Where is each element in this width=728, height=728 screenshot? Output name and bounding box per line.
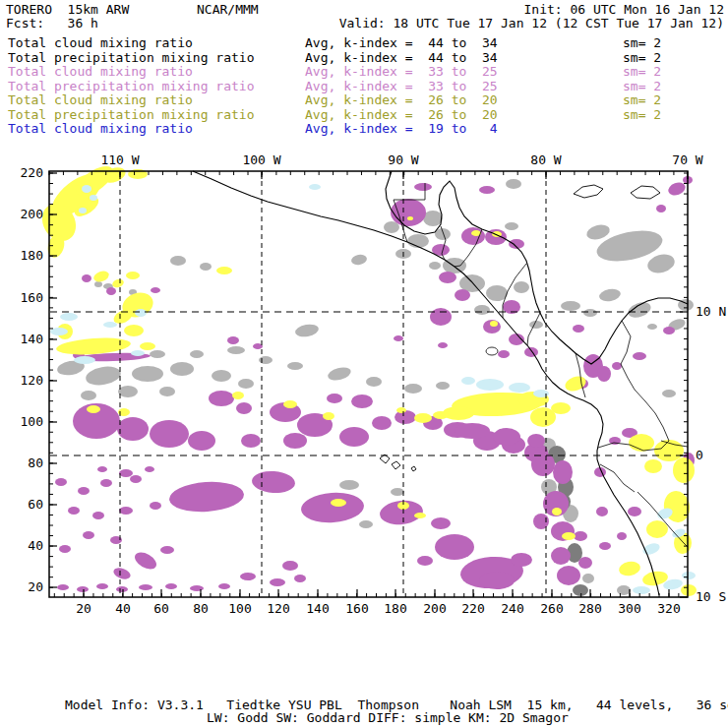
cloud-blob-G	[359, 520, 373, 528]
cloud-blob-G	[617, 585, 631, 595]
cloud-blob-G	[423, 211, 443, 226]
cloud-blob-C	[533, 390, 549, 397]
cloud-blob-Y	[681, 584, 697, 596]
grid-x-label: 60	[153, 601, 169, 616]
cloud-blob-P	[188, 431, 215, 451]
cloud-blob-G	[505, 222, 518, 230]
grid-x-label: 320	[657, 601, 680, 616]
cloud-blob-G	[366, 377, 382, 387]
cloud-blob-C	[79, 208, 87, 213]
latitude-label: 10 N	[696, 304, 726, 319]
cloud-blob-C	[82, 185, 91, 193]
cloud-blob-C	[103, 322, 117, 328]
cloud-blob-P	[112, 566, 132, 581]
cloud-blob-DG	[573, 584, 588, 596]
cloud-blob-P	[533, 514, 549, 529]
cloud-blob-Y	[618, 560, 641, 577]
cloud-blob-C	[74, 356, 95, 364]
cloud-blob-P	[417, 556, 433, 566]
cloud-blob-Y	[126, 272, 140, 279]
cloud-blob-P	[160, 546, 174, 554]
longitude-label: 80 W	[530, 152, 561, 167]
cloud-blob-P	[77, 586, 89, 592]
cloud-blob-C	[135, 309, 147, 317]
cloud-blob-G	[435, 228, 451, 240]
longitude-label: 100 W	[242, 152, 280, 167]
cloud-blob-Y	[629, 434, 654, 452]
cloud-blob-P	[82, 274, 91, 282]
cloud-blob-G	[81, 391, 96, 400]
cloud-blob-P	[55, 478, 67, 486]
cloud-blob-P	[599, 542, 611, 550]
grid-x-label: 40	[115, 601, 131, 616]
cloud-blob-Y	[396, 407, 406, 413]
cloud-blob-P	[414, 183, 432, 191]
cloud-blob-Y	[551, 402, 571, 414]
cloud-blob-Y	[331, 499, 346, 507]
cloud-blob-P	[116, 586, 128, 592]
cloud-blob-P	[612, 362, 622, 370]
cloud-blob-Y	[323, 412, 334, 420]
cloud-blob-G	[159, 387, 175, 396]
cloud-blob-P	[270, 578, 285, 586]
cloud-blob-P	[527, 434, 545, 448]
cloud-blob-G	[287, 362, 303, 370]
cloud-blob-G	[350, 254, 367, 267]
grid-x-label: 220	[461, 601, 484, 616]
cloud-blob-P	[339, 427, 369, 447]
cloud-blob-P	[92, 512, 104, 519]
cloud-blob-G	[529, 321, 543, 329]
cloud-blob-P	[190, 585, 204, 591]
cloud-blob-G	[407, 234, 429, 248]
cloud-blob-P	[168, 479, 245, 514]
cloud-blob-P	[633, 352, 646, 360]
cloud-blob-P	[100, 479, 112, 487]
grid-y-label: 40	[28, 538, 43, 553]
cloud-blob-P	[553, 460, 573, 484]
grid-x-label: 100	[228, 601, 251, 616]
cloud-blob-C	[633, 586, 650, 594]
island-outline	[392, 461, 400, 469]
cloud-blob-G	[94, 281, 102, 287]
cloud-blob-P	[479, 572, 515, 589]
grid-x-label: 20	[76, 601, 91, 616]
cloud-blob-P	[106, 287, 116, 295]
cloud-blob-Y	[111, 277, 125, 289]
grid-x-label: 140	[306, 601, 329, 616]
cloud-blob-P	[251, 469, 295, 494]
cloud-blob-G	[294, 323, 320, 338]
cloud-blob-P	[130, 475, 142, 483]
map-svg: 110 W100 W90 W80 W70 W204060801001201401…	[0, 0, 728, 728]
cloud-blob-G	[647, 324, 657, 330]
cloud-blob-Y	[646, 520, 668, 538]
grid-y-label: 120	[21, 373, 43, 388]
grid-x-label: 260	[540, 601, 563, 616]
cloud-blob-G	[327, 365, 352, 383]
island-outline	[574, 185, 603, 198]
cloud-blob-P	[438, 342, 448, 348]
grid-y-label: 180	[21, 248, 43, 263]
cloud-blob-P	[596, 507, 608, 516]
cloud-blob-Y	[490, 321, 498, 327]
cloud-blob-Y	[87, 405, 100, 413]
island-outline	[631, 186, 660, 199]
cloud-blob-G	[404, 384, 422, 394]
cloud-blob-P	[282, 561, 298, 571]
cloud-blob-G	[238, 379, 254, 389]
grid-x-label: 240	[501, 601, 523, 616]
cloud-blob-G	[212, 370, 231, 382]
cloud-blob-P	[493, 428, 520, 446]
cloud-blob-P	[524, 347, 538, 357]
cloud-blob-G	[170, 362, 194, 376]
grid-y-label: 100	[21, 414, 43, 429]
cloud-blob-G	[662, 390, 676, 397]
cloud-blob-G	[200, 263, 212, 271]
cloud-blob-P	[139, 584, 152, 590]
grid-x-label: 180	[384, 601, 406, 616]
cloud-blob-P	[578, 557, 592, 569]
cloud-blob-P	[57, 584, 69, 590]
grid-y-label: 200	[21, 207, 43, 221]
cloud-blob-P	[372, 416, 392, 430]
cloud-blob-P	[439, 272, 456, 283]
grid-y-label: 60	[28, 497, 43, 512]
